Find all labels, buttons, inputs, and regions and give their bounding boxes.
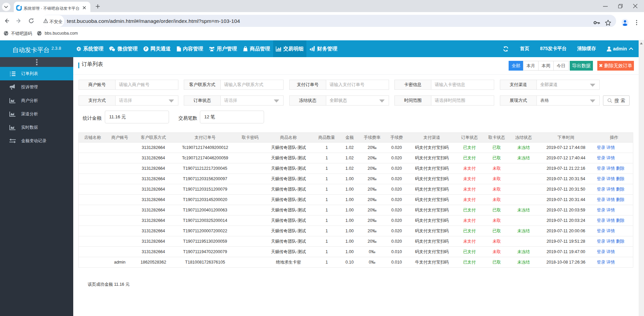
svg-text:P: P (145, 47, 147, 51)
svg-text:3: 3 (10, 74, 11, 76)
